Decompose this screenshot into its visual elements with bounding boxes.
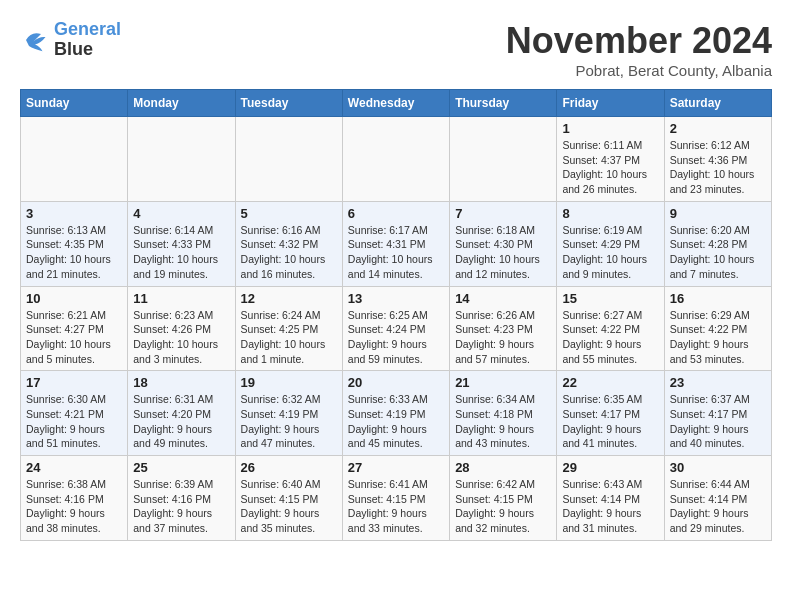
calendar-cell: 30Sunrise: 6:44 AM Sunset: 4:14 PM Dayli… [664, 456, 771, 541]
day-info: Sunrise: 6:19 AM Sunset: 4:29 PM Dayligh… [562, 223, 658, 282]
day-number: 15 [562, 291, 658, 306]
calendar-cell: 13Sunrise: 6:25 AM Sunset: 4:24 PM Dayli… [342, 286, 449, 371]
day-number: 12 [241, 291, 337, 306]
day-number: 9 [670, 206, 766, 221]
day-info: Sunrise: 6:17 AM Sunset: 4:31 PM Dayligh… [348, 223, 444, 282]
day-number: 28 [455, 460, 551, 475]
calendar-week-5: 24Sunrise: 6:38 AM Sunset: 4:16 PM Dayli… [21, 456, 772, 541]
day-number: 18 [133, 375, 229, 390]
day-info: Sunrise: 6:13 AM Sunset: 4:35 PM Dayligh… [26, 223, 122, 282]
day-number: 10 [26, 291, 122, 306]
logo-icon [20, 25, 50, 55]
day-info: Sunrise: 6:35 AM Sunset: 4:17 PM Dayligh… [562, 392, 658, 451]
weekday-header-sunday: Sunday [21, 90, 128, 117]
calendar-cell: 21Sunrise: 6:34 AM Sunset: 4:18 PM Dayli… [450, 371, 557, 456]
day-number: 24 [26, 460, 122, 475]
day-number: 3 [26, 206, 122, 221]
calendar-cell [450, 117, 557, 202]
day-number: 7 [455, 206, 551, 221]
day-number: 16 [670, 291, 766, 306]
day-number: 4 [133, 206, 229, 221]
day-info: Sunrise: 6:32 AM Sunset: 4:19 PM Dayligh… [241, 392, 337, 451]
calendar-cell: 9Sunrise: 6:20 AM Sunset: 4:28 PM Daylig… [664, 201, 771, 286]
calendar-cell: 11Sunrise: 6:23 AM Sunset: 4:26 PM Dayli… [128, 286, 235, 371]
calendar-cell: 10Sunrise: 6:21 AM Sunset: 4:27 PM Dayli… [21, 286, 128, 371]
day-info: Sunrise: 6:44 AM Sunset: 4:14 PM Dayligh… [670, 477, 766, 536]
calendar-body: 1Sunrise: 6:11 AM Sunset: 4:37 PM Daylig… [21, 117, 772, 541]
location-subtitle: Pobrat, Berat County, Albania [506, 62, 772, 79]
day-info: Sunrise: 6:12 AM Sunset: 4:36 PM Dayligh… [670, 138, 766, 197]
calendar-header-row: SundayMondayTuesdayWednesdayThursdayFrid… [21, 90, 772, 117]
calendar-cell: 12Sunrise: 6:24 AM Sunset: 4:25 PM Dayli… [235, 286, 342, 371]
day-info: Sunrise: 6:43 AM Sunset: 4:14 PM Dayligh… [562, 477, 658, 536]
calendar-cell: 8Sunrise: 6:19 AM Sunset: 4:29 PM Daylig… [557, 201, 664, 286]
calendar-cell: 27Sunrise: 6:41 AM Sunset: 4:15 PM Dayli… [342, 456, 449, 541]
calendar-cell: 29Sunrise: 6:43 AM Sunset: 4:14 PM Dayli… [557, 456, 664, 541]
day-info: Sunrise: 6:21 AM Sunset: 4:27 PM Dayligh… [26, 308, 122, 367]
calendar-cell: 20Sunrise: 6:33 AM Sunset: 4:19 PM Dayli… [342, 371, 449, 456]
day-number: 22 [562, 375, 658, 390]
calendar-cell: 4Sunrise: 6:14 AM Sunset: 4:33 PM Daylig… [128, 201, 235, 286]
calendar-cell: 18Sunrise: 6:31 AM Sunset: 4:20 PM Dayli… [128, 371, 235, 456]
day-info: Sunrise: 6:37 AM Sunset: 4:17 PM Dayligh… [670, 392, 766, 451]
day-number: 2 [670, 121, 766, 136]
day-info: Sunrise: 6:18 AM Sunset: 4:30 PM Dayligh… [455, 223, 551, 282]
day-info: Sunrise: 6:24 AM Sunset: 4:25 PM Dayligh… [241, 308, 337, 367]
day-number: 11 [133, 291, 229, 306]
day-info: Sunrise: 6:31 AM Sunset: 4:20 PM Dayligh… [133, 392, 229, 451]
calendar-cell [235, 117, 342, 202]
calendar-cell: 28Sunrise: 6:42 AM Sunset: 4:15 PM Dayli… [450, 456, 557, 541]
day-info: Sunrise: 6:40 AM Sunset: 4:15 PM Dayligh… [241, 477, 337, 536]
calendar-cell: 24Sunrise: 6:38 AM Sunset: 4:16 PM Dayli… [21, 456, 128, 541]
logo: GeneralBlue [20, 20, 121, 60]
day-number: 20 [348, 375, 444, 390]
calendar-cell: 26Sunrise: 6:40 AM Sunset: 4:15 PM Dayli… [235, 456, 342, 541]
calendar-cell: 3Sunrise: 6:13 AM Sunset: 4:35 PM Daylig… [21, 201, 128, 286]
calendar-week-3: 10Sunrise: 6:21 AM Sunset: 4:27 PM Dayli… [21, 286, 772, 371]
day-info: Sunrise: 6:23 AM Sunset: 4:26 PM Dayligh… [133, 308, 229, 367]
weekday-header-thursday: Thursday [450, 90, 557, 117]
calendar-cell: 14Sunrise: 6:26 AM Sunset: 4:23 PM Dayli… [450, 286, 557, 371]
calendar-cell: 1Sunrise: 6:11 AM Sunset: 4:37 PM Daylig… [557, 117, 664, 202]
day-number: 21 [455, 375, 551, 390]
day-info: Sunrise: 6:11 AM Sunset: 4:37 PM Dayligh… [562, 138, 658, 197]
day-info: Sunrise: 6:20 AM Sunset: 4:28 PM Dayligh… [670, 223, 766, 282]
calendar-table: SundayMondayTuesdayWednesdayThursdayFrid… [20, 89, 772, 541]
day-number: 19 [241, 375, 337, 390]
calendar-week-4: 17Sunrise: 6:30 AM Sunset: 4:21 PM Dayli… [21, 371, 772, 456]
day-number: 30 [670, 460, 766, 475]
weekday-header-saturday: Saturday [664, 90, 771, 117]
calendar-cell: 23Sunrise: 6:37 AM Sunset: 4:17 PM Dayli… [664, 371, 771, 456]
day-number: 14 [455, 291, 551, 306]
day-number: 13 [348, 291, 444, 306]
title-area: November 2024 Pobrat, Berat County, Alba… [506, 20, 772, 79]
day-number: 6 [348, 206, 444, 221]
month-title: November 2024 [506, 20, 772, 62]
calendar-week-1: 1Sunrise: 6:11 AM Sunset: 4:37 PM Daylig… [21, 117, 772, 202]
calendar-cell: 6Sunrise: 6:17 AM Sunset: 4:31 PM Daylig… [342, 201, 449, 286]
day-number: 5 [241, 206, 337, 221]
calendar-cell: 15Sunrise: 6:27 AM Sunset: 4:22 PM Dayli… [557, 286, 664, 371]
day-info: Sunrise: 6:25 AM Sunset: 4:24 PM Dayligh… [348, 308, 444, 367]
calendar-cell [128, 117, 235, 202]
weekday-header-friday: Friday [557, 90, 664, 117]
calendar-cell [342, 117, 449, 202]
day-info: Sunrise: 6:14 AM Sunset: 4:33 PM Dayligh… [133, 223, 229, 282]
day-info: Sunrise: 6:41 AM Sunset: 4:15 PM Dayligh… [348, 477, 444, 536]
logo-text: GeneralBlue [54, 20, 121, 60]
day-info: Sunrise: 6:42 AM Sunset: 4:15 PM Dayligh… [455, 477, 551, 536]
day-info: Sunrise: 6:34 AM Sunset: 4:18 PM Dayligh… [455, 392, 551, 451]
day-number: 8 [562, 206, 658, 221]
calendar-cell: 19Sunrise: 6:32 AM Sunset: 4:19 PM Dayli… [235, 371, 342, 456]
calendar-cell [21, 117, 128, 202]
day-info: Sunrise: 6:38 AM Sunset: 4:16 PM Dayligh… [26, 477, 122, 536]
day-info: Sunrise: 6:39 AM Sunset: 4:16 PM Dayligh… [133, 477, 229, 536]
calendar-cell: 22Sunrise: 6:35 AM Sunset: 4:17 PM Dayli… [557, 371, 664, 456]
calendar-cell: 7Sunrise: 6:18 AM Sunset: 4:30 PM Daylig… [450, 201, 557, 286]
weekday-header-monday: Monday [128, 90, 235, 117]
calendar-week-2: 3Sunrise: 6:13 AM Sunset: 4:35 PM Daylig… [21, 201, 772, 286]
day-number: 23 [670, 375, 766, 390]
day-info: Sunrise: 6:30 AM Sunset: 4:21 PM Dayligh… [26, 392, 122, 451]
day-info: Sunrise: 6:29 AM Sunset: 4:22 PM Dayligh… [670, 308, 766, 367]
day-number: 17 [26, 375, 122, 390]
